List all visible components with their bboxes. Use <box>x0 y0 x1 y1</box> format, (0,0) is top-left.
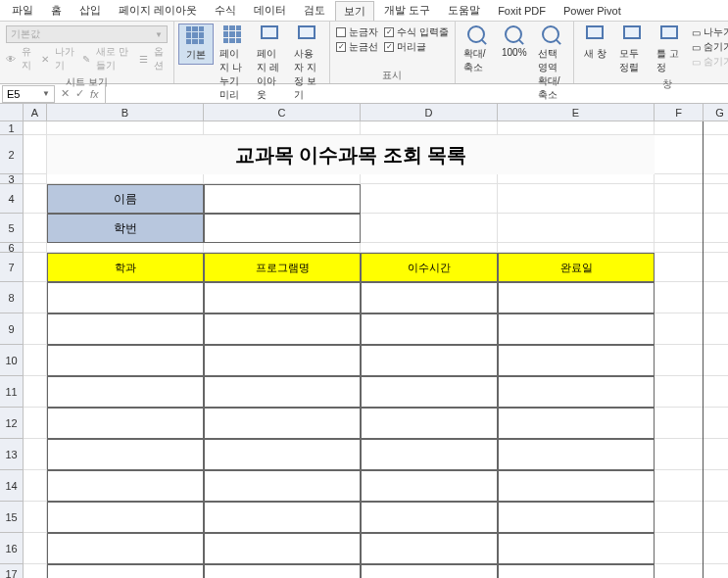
table-cell-r16-c1[interactable] <box>47 564 204 578</box>
table-cell-r12-c1[interactable] <box>47 439 204 470</box>
table-cell-r11-c1[interactable] <box>47 408 204 439</box>
unhide-item[interactable]: ▭ 숨기기 취소 <box>692 55 728 69</box>
row-header-1[interactable]: 1 <box>0 121 24 135</box>
row-header-2[interactable]: 2 <box>0 135 24 174</box>
zoom-100-button[interactable]: 100% <box>497 24 532 60</box>
table-header-0[interactable]: 학과 <box>47 253 204 282</box>
table-cell-r16-c3[interactable] <box>361 564 498 578</box>
table-cell-r13-c3[interactable] <box>361 470 498 502</box>
table-cell-r11-c4[interactable] <box>498 408 655 439</box>
table-cell-r7-c2[interactable] <box>204 282 361 313</box>
row-header-15[interactable]: 15 <box>0 502 24 533</box>
menu-item-검토[interactable]: 검토 <box>296 1 333 20</box>
enter-icon[interactable]: ✓ <box>75 87 84 100</box>
hide-item[interactable]: ▭ 숨기기 <box>692 40 728 54</box>
table-cell-r8-c2[interactable] <box>204 313 361 345</box>
row-header-17[interactable]: 17 <box>0 564 24 578</box>
table-cell-r9-c1[interactable] <box>47 345 204 376</box>
worksheet[interactable]: ABCDEFG 1234567891011121314151617 교과목 이수… <box>0 104 728 578</box>
col-header-A[interactable]: A <box>24 104 47 121</box>
table-header-2[interactable]: 이수시간 <box>361 253 498 282</box>
table-cell-r9-c4[interactable] <box>498 345 655 376</box>
freeze-button[interactable]: 틀 고정 <box>653 24 688 76</box>
menu-item-홈[interactable]: 홈 <box>43 1 70 20</box>
table-cell-r14-c1[interactable] <box>47 502 204 533</box>
table-cell-r10-c3[interactable] <box>361 376 498 408</box>
ruler-checkbox[interactable]: 눈금자 <box>336 25 378 39</box>
menu-item-삽입[interactable]: 삽입 <box>72 1 109 20</box>
table-cell-r7-c1[interactable] <box>47 282 204 313</box>
cancel-icon[interactable]: ✕ <box>61 87 70 100</box>
table-cell-r12-c4[interactable] <box>498 439 655 470</box>
row-header-9[interactable]: 9 <box>0 313 24 345</box>
table-cell-r9-c2[interactable] <box>204 345 361 376</box>
table-cell-r11-c2[interactable] <box>204 408 361 439</box>
row-header-4[interactable]: 4 <box>0 184 24 214</box>
title-cell[interactable]: 교과목 이수과목 조회 목록 <box>47 135 655 174</box>
row-header-6[interactable]: 6 <box>0 243 24 253</box>
formula-checkbox[interactable]: 수식 입력줄 <box>384 25 449 39</box>
table-cell-r10-c2[interactable] <box>204 376 361 408</box>
chevron-down-icon[interactable]: ▼ <box>42 89 50 98</box>
col-header-F[interactable]: F <box>655 104 704 121</box>
table-cell-r14-c2[interactable] <box>204 502 361 533</box>
col-header-D[interactable]: D <box>361 104 498 121</box>
table-cell-r7-c4[interactable] <box>498 282 655 313</box>
table-cell-r8-c3[interactable] <box>361 313 498 345</box>
name-value-cell[interactable] <box>204 184 361 214</box>
menu-item-도움말[interactable]: 도움말 <box>440 1 488 20</box>
headings-checkbox[interactable]: 머리글 <box>384 40 449 54</box>
row-header-11[interactable]: 11 <box>0 376 24 408</box>
row-header-12[interactable]: 12 <box>0 408 24 439</box>
row-header-16[interactable]: 16 <box>0 533 24 564</box>
table-cell-r14-c4[interactable] <box>498 502 655 533</box>
table-cell-r15-c1[interactable] <box>47 533 204 564</box>
row-header-13[interactable]: 13 <box>0 439 24 470</box>
table-cell-r10-c1[interactable] <box>47 376 204 408</box>
row-header-5[interactable]: 5 <box>0 214 24 243</box>
table-cell-r13-c1[interactable] <box>47 470 204 502</box>
table-cell-r12-c3[interactable] <box>361 439 498 470</box>
col-header-B[interactable]: B <box>47 104 204 121</box>
formula-bar[interactable] <box>105 85 728 103</box>
menu-item-데이터[interactable]: 데이터 <box>246 1 294 20</box>
menu-item-Foxit PDF[interactable]: Foxit PDF <box>490 3 554 19</box>
table-cell-r14-c3[interactable] <box>361 502 498 533</box>
table-cell-r15-c4[interactable] <box>498 533 655 564</box>
table-cell-r9-c3[interactable] <box>361 345 498 376</box>
table-cell-r8-c1[interactable] <box>47 313 204 345</box>
table-header-3[interactable]: 완료일 <box>498 253 655 282</box>
menu-item-보기[interactable]: 보기 <box>335 1 374 21</box>
table-header-1[interactable]: 프로그램명 <box>204 253 361 282</box>
id-label-cell[interactable]: 학번 <box>47 214 204 243</box>
name-label-cell[interactable]: 이름 <box>47 184 204 214</box>
menu-item-Power Pivot[interactable]: Power Pivot <box>556 3 629 19</box>
row-header-10[interactable]: 10 <box>0 345 24 376</box>
name-box[interactable]: E5 ▼ <box>2 85 55 103</box>
split-item[interactable]: ▭ 나누기 <box>692 25 728 39</box>
menu-item-페이지 레이아웃[interactable]: 페이지 레이아웃 <box>111 1 205 20</box>
table-cell-r16-c4[interactable] <box>498 564 655 578</box>
col-header-E[interactable]: E <box>498 104 655 121</box>
table-cell-r8-c4[interactable] <box>498 313 655 345</box>
row-header-14[interactable]: 14 <box>0 470 24 502</box>
menu-item-수식[interactable]: 수식 <box>207 1 244 20</box>
menu-item-개발 도구[interactable]: 개발 도구 <box>376 1 438 20</box>
table-cell-r15-c2[interactable] <box>204 533 361 564</box>
table-cell-r7-c3[interactable] <box>361 282 498 313</box>
id-value-cell[interactable] <box>204 214 361 243</box>
table-cell-r11-c3[interactable] <box>361 408 498 439</box>
row-header-3[interactable]: 3 <box>0 174 24 184</box>
row-header-8[interactable]: 8 <box>0 282 24 313</box>
gridlines-checkbox[interactable]: 눈금선 <box>336 40 378 54</box>
table-cell-r12-c2[interactable] <box>204 439 361 470</box>
zoom-button[interactable]: 확대/축소 <box>460 24 495 76</box>
col-header-C[interactable]: C <box>204 104 361 121</box>
col-header-G[interactable]: G <box>704 104 728 121</box>
newwindow-button[interactable]: 새 창 <box>578 24 613 63</box>
table-cell-r10-c4[interactable] <box>498 376 655 408</box>
table-cell-r15-c3[interactable] <box>361 533 498 564</box>
menu-item-파일[interactable]: 파일 <box>4 1 41 20</box>
select-all-corner[interactable] <box>0 104 24 121</box>
table-cell-r16-c2[interactable] <box>204 564 361 578</box>
